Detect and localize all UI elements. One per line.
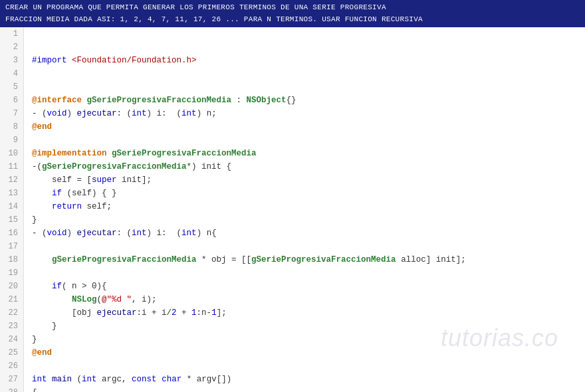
code-line-4 <box>32 67 577 80</box>
code-line-17 <box>32 240 577 253</box>
comment-line-2: FRACCION MEDIA DADA ASI: 1, 2, 4, 7, 11,… <box>5 14 580 26</box>
code-line-14: return self; <box>32 200 577 213</box>
code-line-6: @interface gSerieProgresivaFraccionMedia… <box>32 94 577 107</box>
code-line-7: - (void) ejecutar: (int) i: (int) n; <box>32 107 577 120</box>
code-line-3: #import <Foundation/Foundation.h> <box>32 54 577 67</box>
code-line-1 <box>32 27 577 41</box>
code-line-10: @implementation gSerieProgresivaFraccion… <box>32 147 577 160</box>
code-line-2 <box>32 41 577 54</box>
comment-line-1: CREAR UN PROGRAMA QUE PERMITA GENERAR LO… <box>5 2 580 14</box>
code-line-18: gSerieProgresivaFraccionMedia * obj = [[… <box>32 253 577 266</box>
code-line-8: @end <box>32 120 577 134</box>
code-line-5 <box>32 80 577 94</box>
code-line-21: NSLog(@"%d ", i); <box>32 293 577 306</box>
code-line-27: int main (int argc, const char * argv[]) <box>32 373 577 386</box>
code-content: #import <Foundation/Foundation.h> @inter… <box>24 27 585 392</box>
code-line-16: - (void) ejecutar: (int) i: (int) n{ <box>32 227 577 240</box>
code-line-13: if (self) { } <box>32 187 577 200</box>
code-line-22: [obj ejecutar:i + i/2 + 1:n-1]; <box>32 306 577 320</box>
code-line-9 <box>32 134 577 147</box>
code-line-23: } <box>32 320 577 333</box>
code-line-19 <box>32 266 577 280</box>
code-line-24: } <box>32 333 577 346</box>
code-line-15: } <box>32 213 577 227</box>
code-editor: CREAR UN PROGRAMA QUE PERMITA GENERAR LO… <box>0 0 585 392</box>
code-area[interactable]: 1 2 3 4 5 6 7 8 9 10 11 12 13 14 15 16 1… <box>0 27 585 392</box>
code-line-25: @end <box>32 346 577 359</box>
code-line-26 <box>32 359 577 373</box>
code-line-12: self = [super init]; <box>32 173 577 187</box>
code-line-28: { <box>32 386 577 392</box>
comment-banner: CREAR UN PROGRAMA QUE PERMITA GENERAR LO… <box>0 0 585 27</box>
code-line-11: -(gSerieProgresivaFraccionMedia*) init { <box>32 160 577 173</box>
line-numbers: 1 2 3 4 5 6 7 8 9 10 11 12 13 14 15 16 1… <box>0 27 24 392</box>
code-line-20: if( n > 0){ <box>32 280 577 293</box>
